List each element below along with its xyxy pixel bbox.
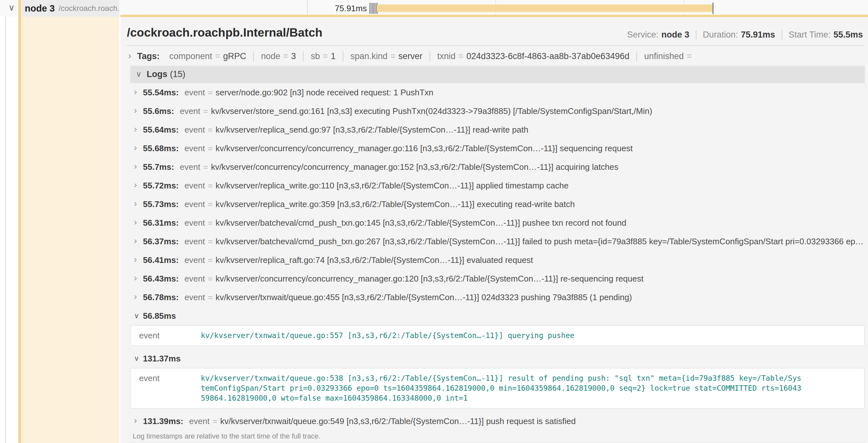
log-row-expanded-header[interactable]: ∨131.37ms: [130, 349, 865, 368]
span-meta: Service:node 3 Duration:75.91ms Start Ti…: [627, 30, 863, 40]
log-row[interactable]: ›55.68ms:event=kv/kvserver/concurrency/c…: [130, 139, 865, 158]
log-timestamp: 56.85ms: [143, 311, 176, 321]
service-value: node 3: [661, 30, 689, 40]
tag-equals: =: [323, 52, 328, 61]
log-equals: =: [208, 293, 213, 302]
log-field-key: event: [184, 293, 205, 302]
log-field-key: event: [184, 255, 205, 265]
duration-label: Duration:: [703, 30, 738, 40]
log-row[interactable]: ›55.54ms:event=server/node.go:902 [n3] n…: [130, 83, 865, 102]
chevron-right-icon: ›: [134, 105, 142, 115]
chevron-right-icon: ›: [134, 236, 142, 246]
trace-viewer: { "colors": { "accent_tan": "#f3d38f", "…: [0, 0, 868, 443]
chevron-right-icon: ›: [134, 273, 142, 283]
chevron-right-icon: ›: [134, 292, 142, 302]
meta-separator: [782, 30, 782, 40]
log-equals: =: [203, 106, 208, 116]
tag-equals: =: [283, 52, 288, 61]
log-row[interactable]: ›131.39ms:event=kv/kvserver/txnwait/queu…: [130, 412, 865, 431]
tag-value: 3: [291, 52, 296, 61]
tag-key: unfinished: [644, 52, 684, 61]
log-row[interactable]: ›56.43ms:event=kv/kvserver/concurrency/c…: [130, 269, 865, 288]
log-field-key: event: [184, 143, 205, 154]
log-row[interactable]: ›55.73ms:event=kv/kvserver/replica_write…: [130, 195, 865, 213]
tags-section-toggle[interactable]: › Tags: component=gRPCnode=3sb=1span.kin…: [127, 48, 702, 65]
tags-label: Tags:: [137, 52, 160, 61]
log-row[interactable]: ›56.78ms:event=kv/kvserver/txnwait/queue…: [130, 288, 865, 307]
log-field-value: kv/kvserver/txnwait/queue.go:557 [n3,s3,…: [201, 331, 575, 341]
start-time-value: 55.5ms: [833, 30, 863, 40]
chevron-right-icon: ›: [134, 217, 142, 227]
log-detail-box: eventkv/kvserver/txnwait/queue.go:538 [n…: [130, 368, 865, 409]
tag-key: sb: [311, 52, 320, 61]
log-value-line: kv/kvserver/txnwait/queue.go:538 [n3,s3,…: [201, 373, 801, 383]
log-field-value: kv/kvserver/txnwait/queue.go:538 [n3,s3,…: [201, 373, 801, 403]
span-operation-name: /cockroach.roach…: [59, 4, 119, 13]
tag-equals: =: [686, 52, 692, 61]
log-value-line: temConfigSpan/Start pri=0.03293366 epo=0…: [201, 383, 801, 393]
log-message: kv/kvserver/replica_raft.go:74 [n3,s3,r6…: [216, 255, 533, 265]
tag-item: txnid=024d3323-6c8f-4863-aa8b-37ab0e6349…: [430, 52, 637, 61]
chevron-down-icon: ∨: [134, 312, 142, 320]
log-row[interactable]: ›55.64ms:event=kv/kvserver/replica_send.…: [130, 121, 865, 139]
tag-item: component=gRPC: [162, 52, 253, 61]
log-field-key: event: [184, 237, 205, 246]
chevron-down-icon: ∨: [134, 354, 142, 363]
span-name-cell[interactable]: node 3 /cockroach.roach…: [21, 0, 119, 17]
start-time-label: Start Time:: [789, 30, 831, 40]
log-row[interactable]: ›55.7ms:event=kv/kvserver/concurrency/co…: [130, 158, 865, 176]
name-timeline-divider: [307, 0, 308, 17]
tag-key: span.kind: [350, 52, 388, 61]
log-timestamp: 55.6ms:: [143, 106, 174, 116]
log-equals: =: [208, 274, 213, 284]
log-field-key: event: [131, 373, 201, 403]
chevron-down-icon[interactable]: ∨: [8, 3, 15, 13]
log-field-key: event: [184, 181, 205, 191]
log-row[interactable]: ›55.72ms:event=kv/kvserver/replica_write…: [130, 176, 865, 195]
chevron-right-icon: ›: [134, 415, 142, 426]
log-equals: =: [212, 416, 217, 426]
tag-value: 024d3323-6c8f-4863-aa8b-37ab0e63496d: [466, 52, 629, 61]
tag-item: node=3: [253, 52, 303, 61]
duration-value: 75.91ms: [741, 30, 775, 40]
log-row[interactable]: ›56.31ms:event=kv/kvserver/batcheval/cmd…: [130, 213, 865, 232]
span-indent-guide: [18, 0, 21, 17]
log-timestamp: 56.41ms:: [143, 255, 179, 265]
log-timestamp: 131.39ms:: [143, 416, 183, 426]
tags-list: component=gRPCnode=3sb=1span.kind=server…: [162, 52, 702, 61]
span-end-tick: [713, 3, 713, 14]
log-message: kv/kvserver/concurrency/concurrency_mana…: [216, 274, 644, 284]
left-rail-divider: [5, 0, 6, 443]
chevron-right-icon: ›: [134, 198, 142, 209]
logs-section-toggle[interactable]: ∨ Logs (15): [130, 66, 865, 83]
span-duration-label: 75.91ms: [308, 3, 367, 13]
selected-span-column: [18, 17, 119, 443]
log-field-key: event: [184, 274, 205, 284]
log-row[interactable]: ›56.37ms:event=kv/kvserver/batcheval/cmd…: [130, 232, 865, 251]
log-value-line: 59864.162819000,0 wto=false max=16043598…: [201, 393, 801, 403]
log-message: kv/kvserver/txnwait/queue.go:549 [n3,s3,…: [220, 416, 576, 426]
tag-item: sb=1: [303, 52, 342, 61]
log-message: kv/kvserver/concurrency/concurrency_mana…: [211, 162, 618, 172]
log-timestamp: 56.31ms:: [143, 218, 179, 228]
title-divider: [126, 45, 864, 46]
chevron-right-icon: ›: [134, 87, 142, 97]
tag-item: span.kind=server: [343, 52, 430, 61]
tag-key: txnid: [437, 52, 456, 61]
span-duration-bar[interactable]: [376, 4, 713, 12]
log-message: kv/kvserver/batcheval/cmd_push_txn.go:14…: [216, 218, 626, 228]
log-row-expanded-header[interactable]: ∨56.85ms: [130, 307, 865, 325]
log-timestamp: 55.7ms:: [143, 162, 174, 172]
chevron-right-icon: ›: [128, 50, 131, 61]
log-message: kv/kvserver/replica_send.go:97 [n3,s3,r6…: [216, 125, 528, 135]
log-row[interactable]: ›55.6ms:event=kv/kvserver/store_send.go:…: [130, 102, 865, 121]
log-timestamp: 56.37ms:: [143, 237, 179, 246]
span-timeline-row[interactable]: ∨ node 3 /cockroach.roach… 75.91ms: [0, 0, 868, 17]
chevron-down-icon: ∨: [136, 70, 142, 79]
tag-key: node: [261, 52, 280, 61]
log-message: kv/kvserver/concurrency/concurrency_mana…: [216, 143, 632, 154]
log-timestamp: 55.54ms:: [143, 88, 179, 98]
span-detail-panel: /cockroach.roachpb.Internal/Batch Servic…: [121, 15, 868, 443]
span-service-name: node 3: [25, 3, 55, 14]
log-row[interactable]: ›56.41ms:event=kv/kvserver/replica_raft.…: [130, 251, 865, 269]
